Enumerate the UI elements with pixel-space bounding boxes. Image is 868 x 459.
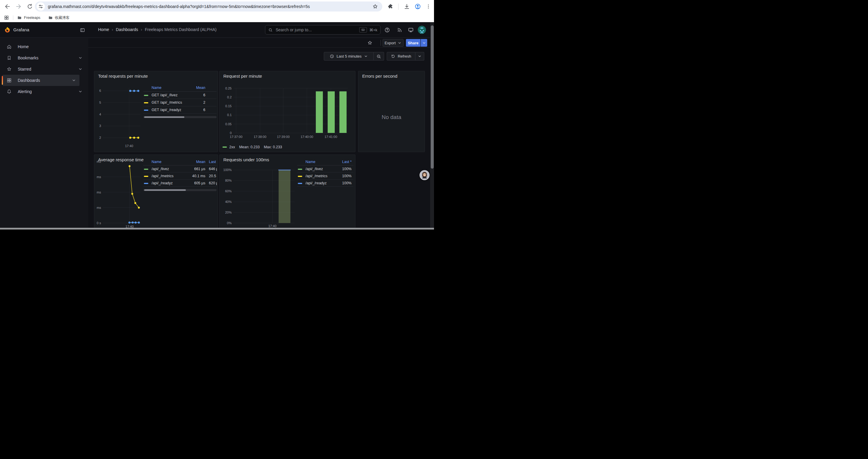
scrollbar-thumb[interactable] [431, 25, 434, 169]
url-text[interactable]: grafana.mathmast.com/d/deytv4rwavabkb/fr… [48, 1, 371, 11]
download-icon[interactable] [404, 3, 410, 10]
panel-title[interactable]: Errors per second [362, 73, 397, 78]
series-name[interactable]: /api/_/readyz [306, 179, 327, 187]
svg-text:17:40: 17:40 [268, 224, 277, 228]
panel-title[interactable]: Total requests per minute [98, 73, 148, 78]
series-name[interactable]: GET /api/_/livez [152, 92, 178, 99]
breadcrumb-item[interactable]: Home [98, 27, 109, 32]
bookmark-icon [6, 55, 12, 61]
favorite-star-icon[interactable] [367, 40, 373, 45]
page-scrollbar[interactable] [430, 22, 434, 230]
series-name[interactable]: GET /api/_/metrics [152, 99, 182, 106]
breadcrumb-item[interactable]: Dashboards [116, 27, 138, 32]
series-mean: 6 [203, 106, 205, 114]
legend-header-row: NameLast * [297, 158, 353, 165]
legend-table: NameMeanGET /api/_/livez6GET /api/_/metr… [143, 84, 217, 118]
chevron-down-icon [418, 54, 422, 58]
legend-row: /api/_/metrics100% [297, 172, 353, 179]
chevron-down-icon[interactable] [78, 56, 83, 60]
legend-col-mean[interactable]: Mean [196, 158, 205, 165]
bookmark-star-icon[interactable] [372, 4, 378, 9]
svg-text:2: 2 [99, 136, 101, 139]
site-settings-button[interactable] [37, 2, 45, 11]
chevron-down-icon[interactable] [78, 67, 83, 71]
legend-col-mean[interactable]: Mean [196, 84, 205, 92]
dashboard-header: Export Share [88, 38, 434, 47]
panel-title[interactable]: Request per minute [223, 73, 262, 78]
sidebar-item-starred[interactable]: Starred [2, 64, 86, 75]
no-data-message: No data [359, 114, 425, 121]
reload-icon[interactable] [27, 3, 33, 10]
series-name[interactable]: /api/_/livez [306, 165, 323, 172]
grafana-logo-icon[interactable] [4, 27, 11, 34]
profile-icon[interactable] [414, 3, 421, 10]
chevron-down-icon[interactable] [78, 90, 83, 94]
browser-menu-icon[interactable] [426, 4, 431, 9]
panel-title[interactable]: Requests under 100ms [223, 157, 269, 162]
sidebar-item-dashboards[interactable]: Dashboards [2, 75, 80, 86]
svg-text:20 ms: 20 ms [96, 206, 101, 209]
refresh-button[interactable]: Refresh [387, 52, 415, 61]
panel-average-response-time: Average response time 80 ms60 ms40 ms20 … [94, 155, 218, 230]
news-icon[interactable] [397, 27, 402, 33]
url-bar[interactable]: grafana.mathmast.com/d/deytv4rwavabkb/fr… [35, 1, 382, 11]
legend-scrollbar[interactable] [143, 116, 217, 118]
search-box[interactable]: ⌘+k [265, 25, 380, 35]
series-name[interactable]: GET /api/_/readyz [152, 106, 181, 114]
extensions-icon[interactable] [388, 4, 394, 9]
series-name[interactable]: /api/_/metrics [306, 172, 327, 179]
bookmark-item[interactable]: 收藏博客 [48, 15, 70, 21]
share-dropdown-button[interactable] [421, 39, 427, 47]
legend-col-name[interactable]: Name [152, 158, 161, 165]
legend-scrollbar-thumb[interactable] [144, 117, 184, 118]
zoom-out-button[interactable] [374, 52, 384, 61]
browser-toolbar: grafana.mathmast.com/d/deytv4rwavabkb/fr… [0, 0, 434, 13]
panel-requests-under-100ms: Requests under 100ms 100%80%60%40%20%0%1… [219, 155, 355, 230]
chevron-down-icon[interactable] [72, 78, 76, 83]
sidebar-item-label: Home [18, 44, 29, 49]
svg-text:0.2: 0.2 [227, 95, 231, 99]
svg-text:60%: 60% [225, 189, 231, 193]
user-avatar[interactable] [418, 26, 426, 34]
chevron-down-icon [422, 41, 426, 45]
monitor-icon[interactable] [408, 27, 414, 33]
sidebar-item-alerting[interactable]: Alerting [2, 86, 86, 97]
svg-text:80%: 80% [225, 179, 231, 182]
floating-assistant-avatar[interactable] [420, 170, 430, 180]
chevron-down-icon [398, 41, 402, 45]
back-icon[interactable] [4, 3, 11, 10]
legend-col-last[interactable]: Last * [342, 158, 351, 165]
sidebar-toggle-icon[interactable] [80, 28, 85, 33]
legend-col-name[interactable]: Name [152, 84, 161, 92]
series-name[interactable]: /api/_/readyz [152, 179, 173, 187]
legend-row: /api/_/readyz100% [297, 179, 353, 187]
apps-grid-icon[interactable] [4, 15, 9, 21]
series-name[interactable]: /api/_/livez [152, 165, 169, 172]
refresh-interval-dropdown[interactable] [415, 52, 424, 61]
sidebar-item-bookmarks[interactable]: Bookmarks [2, 52, 86, 64]
export-button[interactable]: Export [382, 39, 404, 47]
share-button[interactable]: Share [406, 39, 421, 47]
series-name[interactable]: /api/_/metrics [152, 172, 174, 179]
sidebar-item-home[interactable]: Home [2, 41, 86, 52]
legend-col-name[interactable]: Name [306, 158, 315, 165]
svg-text:80 ms: 80 ms [96, 161, 101, 163]
svg-text:0.25: 0.25 [225, 87, 231, 90]
legend-row: /api/_/metrics40.1 ms20.5 ms [143, 172, 217, 179]
brand-text: Grafana [13, 27, 29, 32]
app-header: Grafana Home›Dashboards›Freeleaps Metric… [0, 22, 434, 38]
search-input[interactable] [275, 27, 357, 32]
legend-scrollbar[interactable] [143, 189, 217, 191]
help-icon[interactable] [384, 27, 390, 33]
forward-icon[interactable] [16, 3, 22, 10]
time-range-button[interactable]: Last 5 minutes [324, 52, 374, 61]
series-name[interactable]: 2xx [229, 145, 235, 149]
legend-scrollbar-thumb[interactable] [144, 189, 186, 191]
bookmark-item[interactable]: Freeleaps [17, 15, 40, 20]
series-last: 20.5 ms [209, 172, 217, 179]
series-mean: 605 µs [194, 179, 205, 187]
window-bottom-edge [0, 228, 434, 230]
legend-header-row: NameMeanLast * [143, 158, 217, 165]
svg-text:60 ms: 60 ms [96, 175, 101, 179]
legend-col-last[interactable]: Last * [209, 158, 217, 165]
